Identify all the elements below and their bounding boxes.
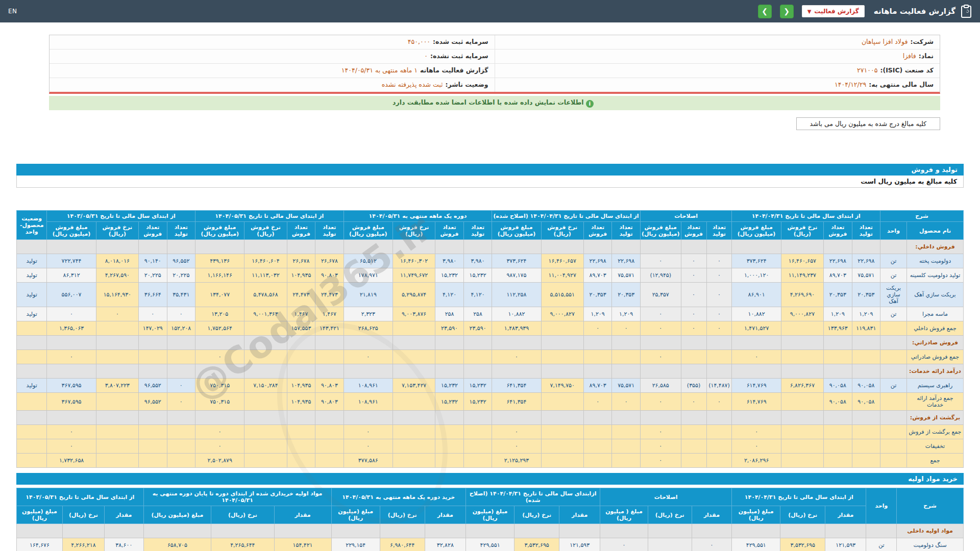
- cell: [541, 321, 583, 336]
- cell: [435, 336, 464, 350]
- signed-data-notice-text: اطلاعات نمایش داده شده با اطلاعات امضا ش…: [393, 98, 584, 106]
- cell: ۱,۴۷۱,۵۲۷: [732, 321, 781, 336]
- column-header: تعداد فروش: [824, 222, 852, 240]
- cell: ۶۵,۵۱۲: [344, 254, 393, 268]
- cell: [463, 454, 492, 468]
- cell: ۱۵,۲۳۲: [435, 379, 464, 393]
- table-row: برگشت از فروش:: [17, 411, 964, 425]
- prev-report-button[interactable]: ❮: [780, 5, 794, 18]
- cell: [824, 364, 852, 379]
- cell: [96, 425, 138, 439]
- info-value: ۰: [424, 52, 428, 60]
- cell: [315, 350, 344, 364]
- cell: [138, 454, 167, 468]
- cell: [344, 411, 393, 425]
- cell: ۱۵,۲۳۲: [463, 393, 492, 411]
- cell: [612, 454, 641, 468]
- language-switch-en[interactable]: EN: [8, 8, 17, 15]
- cell: ۹,۰۰۱,۳۶۳: [244, 307, 287, 321]
- cell: ۱۱,۱۴۹,۲۳۷: [781, 268, 823, 283]
- column-header: دوره یک ماهه منتهی به ۱۴۰۴/۰۵/۳۱: [344, 211, 492, 222]
- column-header: تعداد فروش: [287, 222, 315, 240]
- cell: [612, 364, 641, 379]
- cell: [393, 393, 435, 411]
- table-row: سنگ دولومیتتن۱۲۱,۵۹۳۳,۵۳۲,۶۹۵۴۲۹,۵۵۱۰۰۱۲…: [17, 538, 964, 551]
- cell: [880, 425, 907, 439]
- column-header: مقدار: [825, 506, 866, 524]
- cell: ۲۰,۳۵۳: [852, 283, 880, 307]
- column-header: نام محصول: [906, 222, 963, 240]
- cell: ۱۵,۱۶۴,۹۳۰: [96, 283, 138, 307]
- cell: برگشت از فروش:: [906, 411, 963, 425]
- cell: [541, 425, 583, 439]
- cell: ۰: [344, 439, 393, 454]
- cell: [315, 411, 344, 425]
- cell: ۴,۲۶۵,۶۴۴: [211, 538, 274, 551]
- column-header: تعداد فروش: [435, 222, 464, 240]
- cell: [47, 240, 96, 254]
- cell: [583, 425, 612, 439]
- cell: ۱,۴۸۳,۹۳۹: [492, 321, 541, 336]
- cell: [47, 364, 96, 379]
- cell: ۱۵,۲۳۲: [463, 379, 492, 393]
- cell: [244, 425, 287, 439]
- cell: ۱,۲۰۹: [852, 307, 880, 321]
- cell: [138, 240, 167, 254]
- cell: [463, 350, 492, 364]
- cell: ۴۳۹,۱۳۶: [195, 254, 244, 268]
- cell: [463, 336, 492, 350]
- cell: ۲۶,۶۷۸: [315, 254, 344, 268]
- cell: [852, 454, 880, 468]
- cell: ۴,۲۶۹,۶۹۰: [781, 283, 823, 307]
- info-value: ۴۵۰,۰۰۰: [408, 38, 430, 45]
- table-row: مواد اولیه داخلی: [17, 524, 964, 538]
- next-report-button[interactable]: ❯: [758, 5, 772, 18]
- cell: [138, 425, 167, 439]
- cell: ۳,۹۸۰: [463, 254, 492, 268]
- cell: ۲,۰۸۶,۲۹۶: [732, 454, 781, 468]
- cell: سنگ دولومیت: [897, 538, 964, 551]
- column-header: وضعیت محصول-واحد: [17, 211, 47, 240]
- cell: [583, 336, 612, 350]
- cell: ۱۵۲,۲۰۸: [167, 321, 195, 336]
- cell: ۱۵۴,۴۲۱: [274, 538, 331, 551]
- report-type-dropdown[interactable]: گزارش فعالیت ▼: [802, 5, 865, 17]
- cell: [167, 336, 195, 350]
- info-value: ۲۷۱۰۰۵: [857, 66, 877, 74]
- cell: [315, 240, 344, 254]
- amounts-unit-tab: کلیه مبالغ درج شده به میلیون ریال می باش…: [796, 117, 940, 130]
- cell: ۱۱,۱۱۳,۰۳۲: [244, 268, 287, 283]
- info-label: کد صنعت (ISIC):: [880, 66, 934, 74]
- cell: ۱۵,۲۳۲: [435, 268, 464, 283]
- cell: ۰: [640, 439, 681, 454]
- table-row: فروش صادراتي:: [17, 336, 964, 350]
- cell: [393, 350, 435, 364]
- cell: [47, 411, 96, 425]
- cell: ۰: [612, 393, 641, 411]
- cell: ۲,۱۲۵,۲۹۳: [492, 454, 541, 468]
- top-bar: گزارش فعالیت ماهانه گزارش فعالیت ▼ ❮ ❯ E…: [0, 0, 980, 22]
- cell: ۹۰,۰۵۸: [852, 393, 880, 411]
- column-header: شرح: [897, 488, 964, 524]
- cell: ۴,۲۶۷,۵۹۰: [96, 268, 138, 283]
- cell: ۹۰,۸۰۳: [315, 268, 344, 283]
- cell: ۰: [732, 439, 781, 454]
- cell: [612, 240, 641, 254]
- signed-data-notice: i اطلاعات نمایش داده شده با اطلاعات امضا…: [49, 96, 940, 110]
- column-header: تعداد فروش: [583, 222, 612, 240]
- cell: [287, 425, 315, 439]
- cell: ۰: [600, 538, 648, 551]
- cell: [463, 439, 492, 454]
- cell: ۷,۱۵۰,۲۸۴: [244, 379, 287, 393]
- info-row: شرکت:فولاد افزا سپاهانسرمایه ثبت شده:۴۵۰…: [50, 35, 940, 49]
- cell: ۶۱۴,۷۶۹: [732, 393, 781, 411]
- cell: [96, 321, 138, 336]
- cell: ۹,۰۰۳,۸۷۶: [393, 307, 435, 321]
- cell: [583, 454, 612, 468]
- cell: [600, 524, 648, 538]
- cell: ۲۲,۶۹۸: [583, 254, 612, 268]
- cell: ۶۱۴,۷۶۹: [732, 379, 781, 393]
- cell: ۱۲۱,۵۹۳: [559, 538, 600, 551]
- cell: ۱,۱۶۶,۱۴۶: [195, 268, 244, 283]
- column-header: مقدار: [559, 506, 600, 524]
